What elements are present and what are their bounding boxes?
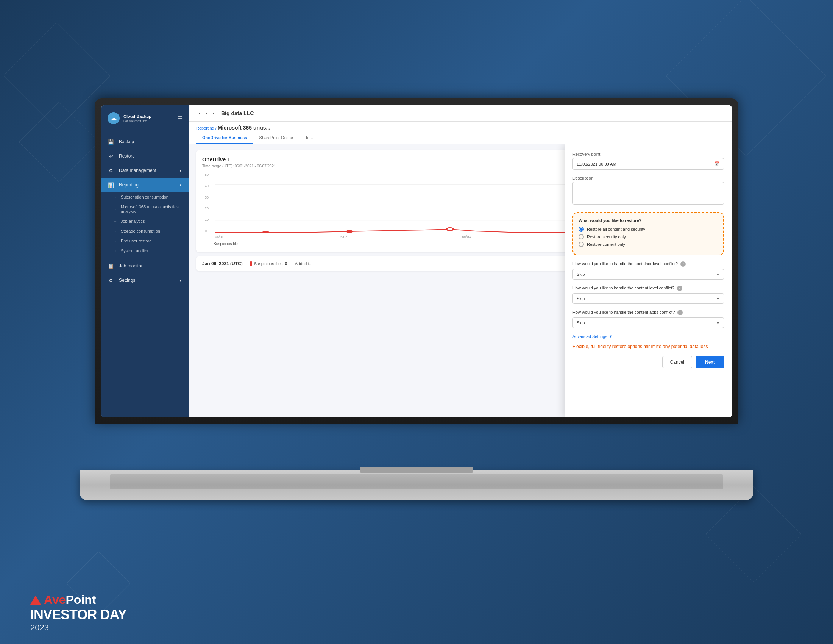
sidebar-item-end-user-restore[interactable]: → End user restore: [101, 236, 188, 246]
sidebar-item-storage-consumption[interactable]: → Storage consumption: [101, 226, 188, 236]
content-conflict-section: How would you like to handle the content…: [572, 286, 724, 304]
brand-name: AvePoint: [44, 593, 96, 607]
breadcrumb-parent[interactable]: Reporting: [196, 126, 214, 130]
container-dropdown-arrow: ▼: [716, 272, 720, 277]
legend-label: Suspicious file: [214, 242, 238, 246]
reporting-label: Reporting: [119, 182, 138, 188]
restore-question: What would you like to restore?: [579, 218, 718, 223]
sidebar-item-settings[interactable]: ⚙ Settings ▼: [101, 273, 188, 288]
logo-text-area: Cloud Backup For Microsoft 365: [124, 114, 151, 122]
sub-arrow-1: →: [114, 195, 117, 199]
year: 2023: [30, 623, 127, 633]
reporting-icon: 📊: [108, 182, 114, 188]
restore-option-all[interactable]: Restore all content and security: [579, 227, 718, 232]
tab-sharepoint[interactable]: SharePoint Online: [253, 132, 299, 144]
sidebar-item-subscription-consumption[interactable]: → Subscription consumption: [101, 192, 188, 202]
sub-arrow-3: →: [114, 219, 117, 223]
tab-onedrive[interactable]: OneDrive for Business: [196, 132, 253, 144]
settings-icon: ⚙: [108, 277, 114, 284]
sidebar-item-job-monitor[interactable]: 📋 Job monitor: [101, 259, 188, 273]
advanced-settings-label: Advanced Settings: [572, 334, 607, 339]
added-metric: Added f...: [295, 261, 313, 266]
recovery-point-value: 11/01/2021 00:00 AM: [577, 162, 616, 166]
apps-conflict-label: How would you like to handle the content…: [572, 310, 724, 315]
radio-all-icon: [579, 227, 584, 232]
sub-arrow-4: →: [114, 229, 117, 233]
y-20: 20: [205, 206, 209, 210]
date-label: Jan 06, 2021 (UTC): [202, 261, 243, 266]
job-monitor-label: Job monitor: [119, 263, 143, 269]
logo-title: Cloud Backup: [124, 114, 151, 119]
laptop: ☁ Cloud Backup For Microsoft 365 ☰ 💾 Bac…: [79, 98, 754, 515]
job-monitor-icon: 📋: [108, 262, 114, 269]
apps-conflict-select[interactable]: Skip ▼: [572, 317, 724, 328]
restore-label: Restore: [119, 153, 135, 159]
apps-grid-icon[interactable]: ⋮⋮⋮: [196, 109, 217, 118]
brand-logo-top: AvePoint: [30, 593, 127, 607]
tab-bar: OneDrive for Business SharePoint Online …: [196, 132, 724, 144]
backup-icon: 💾: [108, 138, 114, 145]
content-conflict-select[interactable]: Skip ▼: [572, 293, 724, 304]
data-management-icon: ⚙: [108, 167, 114, 174]
recovery-point-label: Recovery point: [572, 152, 724, 156]
restore-option-security[interactable]: Restore security only: [579, 234, 718, 240]
sidebar-item-reporting[interactable]: 📊 Reporting ▲: [101, 178, 188, 192]
laptop-hinge: [360, 467, 473, 473]
laptop-base: [79, 470, 754, 500]
radio-content-icon: [579, 242, 584, 247]
recovery-point-section: Recovery point 11/01/2021 00:00 AM 📅: [572, 152, 724, 170]
action-buttons: Cancel Next: [572, 356, 724, 368]
radio-security-icon: [579, 234, 584, 240]
description-input[interactable]: [572, 182, 724, 204]
description-section: Description: [572, 176, 724, 206]
sidebar-item-m365-unusual[interactable]: → Microsoft 365 unusual activities analy…: [101, 202, 188, 216]
calendar-icon[interactable]: 📅: [714, 161, 720, 166]
description-label: Description: [572, 176, 724, 180]
recovery-point-input[interactable]: 11/01/2021 00:00 AM 📅: [572, 158, 724, 170]
content-conflict-label: How would you like to handle the content…: [572, 286, 724, 291]
cloud-icon: ☁: [108, 112, 120, 124]
sub-arrow-5: →: [114, 239, 117, 243]
svg-point-7: [446, 228, 453, 231]
svg-point-5: [262, 231, 269, 233]
sidebar-item-backup[interactable]: 💾 Backup: [101, 134, 188, 149]
sub-arrow-2: →: [114, 207, 117, 211]
storage-consumption-label: Storage consumption: [121, 229, 160, 233]
restore-icon: ↩: [108, 153, 114, 159]
investor-day: INVESTOR DAY: [30, 607, 127, 623]
container-conflict-select[interactable]: Skip ▼: [572, 269, 724, 280]
panel-info-text: Flexible, full-fidelity restore options …: [572, 343, 724, 350]
hamburger-icon[interactable]: ☰: [177, 115, 182, 122]
tab-teams[interactable]: Te...: [299, 132, 319, 144]
data-management-arrow: ▼: [179, 169, 182, 173]
brand-triangle-icon: [30, 596, 41, 605]
laptop-keyboard: [110, 474, 723, 489]
suspicious-files-label: Suspicious files: [254, 261, 283, 266]
restore-all-label: Restore all content and security: [587, 227, 645, 232]
cancel-button[interactable]: Cancel: [662, 356, 692, 368]
restore-option-content[interactable]: Restore content only: [579, 242, 718, 247]
end-user-restore-label: End user restore: [121, 239, 151, 243]
suspicious-indicator: [250, 261, 252, 266]
content-area: OneDrive 1 Time range (UTC): 06/01/2021 …: [188, 144, 732, 417]
sidebar-nav: 💾 Backup ↩ Restore ⚙ Data management ▼: [101, 132, 188, 417]
y-30: 30: [205, 195, 209, 199]
company-name: Big data LLC: [221, 110, 254, 116]
sidebar-item-job-analytics[interactable]: → Job analytics: [101, 216, 188, 226]
sidebar-item-system-auditor[interactable]: → System auditor: [101, 246, 188, 256]
advanced-settings-link[interactable]: Advanced Settings ▼: [572, 334, 724, 339]
restore-content-label: Restore content only: [587, 242, 625, 246]
next-button[interactable]: Next: [696, 356, 724, 368]
topbar: ⋮⋮⋮ Big data LLC: [188, 105, 732, 122]
y-axis: 50 40 30 20 10 0: [205, 173, 209, 233]
sidebar-item-restore[interactable]: ↩ Restore: [101, 149, 188, 163]
page-header: Reporting / Microsoft 365 unus... OneDri…: [188, 122, 732, 144]
laptop-bezel: ☁ Cloud Backup For Microsoft 365 ☰ 💾 Bac…: [95, 98, 738, 424]
x-label-3: 06/03: [462, 235, 471, 239]
subscription-consumption-label: Subscription consumption: [121, 195, 169, 199]
sidebar-item-data-management[interactable]: ⚙ Data management ▼: [101, 163, 188, 178]
sidebar: ☁ Cloud Backup For Microsoft 365 ☰ 💾 Bac…: [101, 105, 188, 417]
legend-line-icon: [202, 243, 211, 244]
added-label: Added f...: [295, 261, 313, 266]
bottom-branding: AvePoint INVESTOR DAY 2023: [30, 593, 127, 633]
